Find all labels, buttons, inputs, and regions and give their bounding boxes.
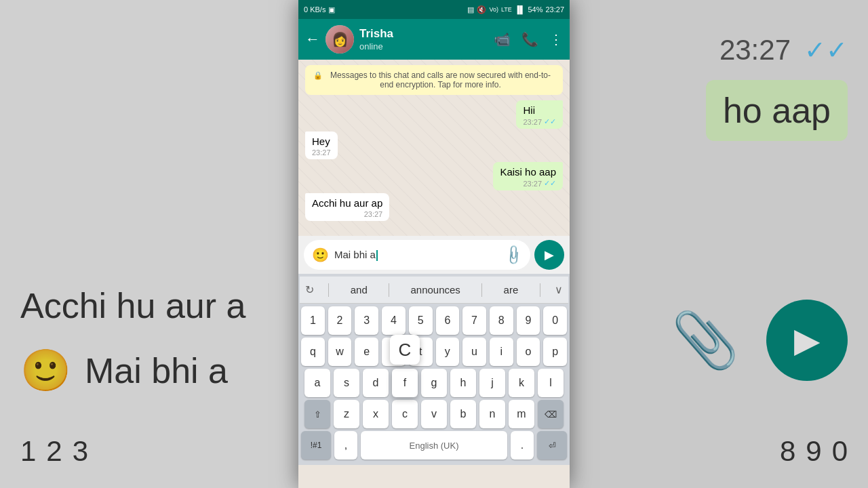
status-left: 0 KB/s ▣	[304, 5, 335, 14]
bg-right-panel: 23:27 ✓✓ ho aap 📎 ▶ 8 9 0	[570, 0, 868, 488]
key-y[interactable]: y	[436, 338, 460, 366]
bg-left-msg1: Acchi hu aur a	[20, 285, 245, 326]
key-a[interactable]: a	[304, 369, 330, 397]
suggestion-divider-2	[389, 283, 389, 297]
message-text-4: Acchi hu aur ap	[312, 197, 382, 209]
key-m[interactable]: m	[509, 400, 534, 428]
encryption-notice[interactable]: 🔒 Messages to this chat and calls are no…	[305, 65, 563, 95]
emoji-button[interactable]: 🙂	[312, 247, 329, 263]
period-key[interactable]: .	[511, 431, 534, 460]
bg-key-3: 3	[73, 435, 88, 468]
bg-left-panel: Acchi hu aur a 🙂 Mai bhi a 1 2 3	[0, 0, 298, 488]
key-w[interactable]: w	[328, 338, 352, 366]
bg-key-9: 9	[806, 435, 821, 468]
bg-left-keyboard-row: 1 2 3	[20, 435, 88, 468]
header-actions: 📹 📞 ⋮	[494, 31, 563, 47]
message-time-4: 23:27	[364, 210, 383, 218]
back-button[interactable]: ←	[305, 30, 320, 48]
key-g[interactable]: g	[421, 369, 447, 397]
video-call-button[interactable]: 📹	[494, 31, 511, 47]
key-7[interactable]: 7	[462, 306, 486, 335]
message-bubble-3: Kaisi ho aap 23:27 ✓✓	[493, 162, 563, 190]
key-l[interactable]: l	[538, 369, 564, 397]
space-key[interactable]: English (UK)	[361, 431, 507, 460]
key-n[interactable]: n	[479, 400, 505, 428]
refresh-suggestions-icon[interactable]: ↻	[305, 283, 314, 296]
lte2-icon: LTE	[501, 6, 512, 13]
suggestion-announces[interactable]: announces	[403, 281, 467, 298]
mute-icon: 🔇	[477, 5, 486, 14]
phone-container: 0 KB/s ▣ ▤ 🔇 Vo) LTE ▐▌ 54% 23:27 ← 👩 Tr…	[298, 0, 570, 488]
key-u[interactable]: u	[462, 338, 486, 366]
key-o[interactable]: o	[517, 338, 540, 366]
lock-icon: 🔒	[313, 71, 323, 80]
message-input-box[interactable]: 🙂 Mai bhi a 📎	[304, 240, 530, 270]
key-c[interactable]: c	[392, 400, 418, 428]
key-e[interactable]: e	[355, 338, 378, 366]
key-i[interactable]: i	[490, 338, 513, 366]
enter-button[interactable]: ⏎	[537, 431, 567, 460]
signal-bars-icon: ▐▌	[515, 5, 526, 14]
message-row-1: Hii 23:27 ✓✓	[305, 100, 563, 129]
contact-info[interactable]: Trisha online	[359, 27, 488, 51]
attach-button[interactable]: 📎	[502, 243, 526, 267]
key-d[interactable]: d	[363, 369, 389, 397]
battery-level: 54%	[528, 5, 542, 14]
contact-avatar[interactable]: 👩	[326, 25, 354, 54]
suggestion-and[interactable]: and	[344, 281, 374, 298]
comma-key[interactable]: ,	[334, 431, 357, 460]
key-b[interactable]: b	[450, 400, 476, 428]
key-z[interactable]: z	[334, 400, 359, 428]
key-j[interactable]: j	[479, 369, 505, 397]
key-3[interactable]: 3	[355, 306, 378, 335]
message-meta-2: 23:27	[312, 148, 331, 157]
suggestions-row: ↻ and announces are ∨	[300, 277, 568, 304]
message-text-2: Hey	[312, 136, 330, 147]
message-meta-4: 23:27	[312, 210, 382, 218]
bg-right-icons: 📎 ▶	[671, 300, 848, 381]
message-input[interactable]: Mai bhi a	[334, 249, 500, 261]
message-row-4: Acchi hu aur ap 23:27	[305, 193, 563, 221]
message-meta-3: 23:27 ✓✓	[500, 179, 556, 188]
backspace-button[interactable]: ⌫	[538, 400, 564, 428]
bg-right-bubble: ho aap	[706, 80, 848, 141]
key-f[interactable]: f	[392, 369, 418, 397]
voice-call-button[interactable]: 📞	[521, 31, 538, 47]
key-4[interactable]: 4	[382, 306, 406, 335]
input-area: 🙂 Mai bhi a 📎 ▶	[298, 236, 570, 274]
numbers-button[interactable]: !#1	[301, 431, 331, 460]
key-h[interactable]: h	[450, 369, 476, 397]
key-p[interactable]: p	[543, 338, 567, 366]
bg-right-top: 23:27 ✓✓	[719, 34, 848, 66]
key-q[interactable]: q	[301, 338, 325, 366]
shift-button[interactable]: ⇧	[304, 400, 330, 428]
encryption-text: Messages to this chat and calls are now …	[326, 70, 555, 89]
key-0[interactable]: 0	[543, 306, 567, 335]
more-options-button[interactable]: ⋮	[549, 31, 563, 47]
suggestion-are[interactable]: are	[497, 281, 526, 298]
message-bubble-1: Hii 23:27 ✓✓	[516, 100, 563, 129]
key-6[interactable]: 6	[436, 306, 460, 335]
key-5[interactable]: 5	[409, 306, 433, 335]
asdf-row: a s d f g h j k l	[301, 369, 567, 397]
send-button[interactable]: ▶	[534, 240, 564, 270]
bg-paperclip-icon: 📎	[671, 308, 739, 372]
message-time-2: 23:27	[312, 148, 331, 157]
message-bubble-2: Hey 23:27	[305, 131, 338, 159]
message-time-3: 23:27	[523, 180, 542, 188]
key-v[interactable]: v	[421, 400, 447, 428]
key-1[interactable]: 1	[301, 306, 325, 335]
qwerty-row: q w e r t y u i o p	[301, 338, 567, 366]
key-9[interactable]: 9	[517, 306, 540, 335]
avatar-image: 👩	[326, 25, 354, 54]
bg-left-msg-text: Mai bhi a	[85, 350, 228, 391]
key-2[interactable]: 2	[328, 306, 352, 335]
key-x[interactable]: x	[363, 400, 389, 428]
key-8[interactable]: 8	[490, 306, 513, 335]
bg-key-2: 2	[46, 435, 62, 468]
key-s[interactable]: s	[334, 369, 359, 397]
key-k[interactable]: k	[509, 369, 534, 397]
bottom-row: !#1 , English (UK) . ⏎	[301, 431, 567, 460]
expand-suggestions-icon[interactable]: ∨	[555, 283, 563, 296]
message-text-1: Hii	[523, 104, 535, 116]
